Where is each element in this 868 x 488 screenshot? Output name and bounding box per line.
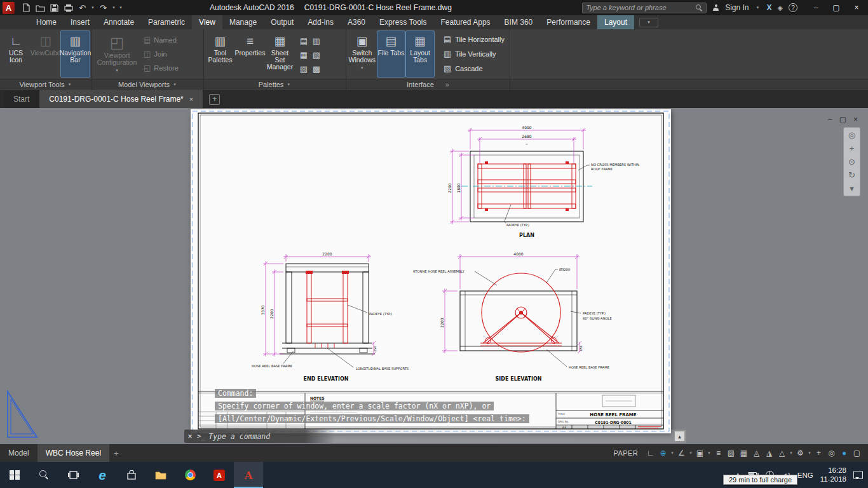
file-tab-close-icon[interactable]: × [189,95,193,103]
qat-customize-icon[interactable]: ▾ [118,5,124,10]
tab-express-tools[interactable]: Express Tools [372,15,433,29]
palette-small-icon[interactable]: ▩ [311,63,322,76]
graphics-performance-icon[interactable]: ● [838,446,850,460]
palette-small-icon[interactable]: ▤ [298,35,309,48]
file-explorer-button[interactable] [146,462,175,488]
command-line[interactable]: × >_ ▴ [184,430,686,443]
object-snap-icon[interactable]: ▣ [694,446,706,460]
annotation-scale-icon[interactable]: △ [776,446,788,460]
palette-small-icon[interactable]: ▥ [311,35,322,48]
annotation-scale-dropdown-icon[interactable]: ▾ [789,451,794,456]
switch-windows-button[interactable]: ▣ Switch Windows ▾ [348,30,377,78]
properties-palette-button[interactable]: ≡ Properties [235,30,265,78]
ribbon-overflow-icon[interactable]: » [445,81,449,88]
navigation-bar[interactable]: ◎ + ⊙ ↻ ▾ [843,127,860,196]
taskbar-clock[interactable]: 16:28 11-2018 [820,466,846,484]
panel-label-interface[interactable]: Interface » [346,79,510,90]
tab-a360[interactable]: A360 [341,15,372,29]
layout-tab-wbc-hose-reel[interactable]: WBC Hose Reel [37,444,109,462]
panel-label-viewport-tools[interactable]: Viewport Tools▾ [0,79,92,90]
undo-dropdown-icon[interactable]: ▾ [90,5,96,10]
annotation-monitor-icon[interactable]: + [813,446,825,460]
tab-annotate[interactable]: Annotate [97,15,141,29]
palette-small-icon[interactable]: ▦ [298,49,309,62]
navbar-more-icon[interactable]: ▾ [850,184,854,193]
named-viewports-button[interactable]: ▤ Named [140,34,182,46]
polar-tracking-icon[interactable]: ∠ [675,446,688,460]
ucs-icon-button[interactable]: ∟ UCS Icon [1,30,31,78]
model-tab[interactable]: Model [0,444,37,462]
drawing-area[interactable]: 4000 2680 = 2200 1800 NO CROSS MEMBERS W… [0,108,868,444]
new-layout-button[interactable]: + [114,449,119,458]
tab-insert[interactable]: Insert [64,15,97,29]
palette-small-icon[interactable]: ▨ [298,63,309,76]
cascade-button[interactable]: ▧ Cascade [440,62,508,75]
edge-button[interactable]: e [88,462,117,488]
search-input[interactable] [586,4,696,11]
file-tabs-button[interactable]: ▤ File Tabs [377,30,406,78]
tile-vertically-button[interactable]: ▥ Tile Vertically [440,47,508,60]
open-button[interactable] [34,1,47,14]
autocad-logo-icon[interactable]: A [3,2,15,14]
tab-layout-contextual[interactable]: Layout [597,15,634,29]
save-button[interactable] [48,1,61,14]
tab-view[interactable]: View [192,15,222,29]
close-button[interactable]: × [846,0,867,15]
doc-minimize-icon[interactable]: – [828,115,832,124]
viewport-configuration-button[interactable]: ◰ Viewport Configuration ▾ [93,30,140,78]
new-drawing-button[interactable] [20,1,33,14]
chrome-button[interactable] [175,462,205,488]
navigation-bar-button[interactable]: ▥ Navigation Bar [60,30,90,78]
tab-parametric[interactable]: Parametric [141,15,192,29]
acrobat-button[interactable]: A [205,462,234,488]
task-view-button[interactable] [58,462,88,488]
tab-output[interactable]: Output [264,15,301,29]
taskbar-search-button[interactable] [29,462,58,488]
notification-center-icon[interactable] [853,471,863,479]
restore-viewports-button[interactable]: ◱ Restore [140,62,182,74]
new-tab-button[interactable]: + [209,94,220,105]
tool-palettes-button[interactable]: ▥ Tool Palettes [205,30,235,78]
ribbon-display-toggle[interactable]: ▾ [639,18,658,27]
clean-screen-icon[interactable]: ▢ [851,446,863,460]
workspace-dropdown-icon[interactable]: ▾ [807,451,812,456]
tab-add-ins[interactable]: Add-ins [301,15,341,29]
workspace-gear-icon[interactable]: ⚙ [794,446,806,460]
autocad-taskbar-button[interactable]: A [234,462,263,488]
tab-manage[interactable]: Manage [222,15,264,29]
start-button[interactable] [0,462,29,488]
isolate-objects-icon[interactable]: ◎ [825,446,837,460]
zoom-icon[interactable]: ⊙ [848,158,855,166]
autoscale-icon[interactable]: ◮ [763,446,775,460]
object-snap-dropdown-icon[interactable]: ▾ [707,451,712,456]
plot-button[interactable] [62,1,75,14]
doc-restore-icon[interactable]: ▢ [839,115,846,124]
redo-button[interactable]: ↷ [97,1,110,14]
tile-horizontally-button[interactable]: ▤ Tile Horizontally [440,32,508,46]
panel-label-model-viewports[interactable]: Model Viewports▾ [92,79,203,90]
palette-small-icon[interactable]: ▧ [311,49,322,62]
sign-in-button[interactable]: Sign In [725,3,749,12]
lineweight-icon[interactable]: ≡ [712,446,724,460]
annotation-visibility-icon[interactable]: ◬ [750,446,763,460]
help-search-box[interactable] [582,3,707,13]
full-navigation-wheel-icon[interactable]: ◎ [848,131,855,139]
selection-cycling-icon[interactable]: ▦ [738,446,750,460]
command-history-toggle-icon[interactable]: ▴ [674,431,685,442]
tab-featured-apps[interactable]: Featured Apps [434,15,498,29]
transparency-icon[interactable]: ▨ [725,446,737,460]
join-viewports-button[interactable]: ◫ Join [140,48,182,60]
orbit-icon[interactable]: ↻ [848,171,855,179]
polar-tracking-dropdown-icon[interactable]: ▾ [688,451,693,456]
search-icon[interactable] [696,4,703,11]
maximize-button[interactable]: ▢ [826,0,846,15]
geolocation-dropdown-icon[interactable]: ▾ [670,451,675,456]
sign-in-dropdown-icon[interactable]: ▾ [755,5,761,10]
tab-performance[interactable]: Performance [539,15,597,29]
paper-space-button[interactable]: PAPER [614,449,638,457]
command-close-icon[interactable]: × [184,432,196,441]
snap-mode-icon[interactable]: ∟ [644,446,656,460]
undo-button[interactable]: ↶ [76,1,89,14]
file-tab-start[interactable]: Start [4,90,39,108]
geolocation-icon[interactable]: ⊕ [657,446,669,460]
